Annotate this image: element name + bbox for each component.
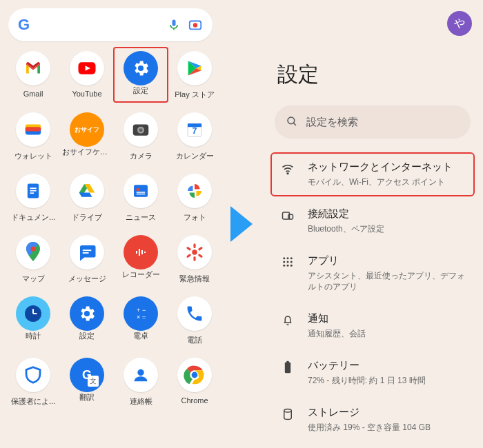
app-maps[interactable]: マップ <box>8 235 58 284</box>
svg-rect-17 <box>137 188 140 191</box>
google-search-bar[interactable]: G <box>8 8 213 41</box>
svg-rect-26 <box>144 252 146 253</box>
app-label: Play ストア <box>175 90 214 100</box>
notifications-icon <box>280 312 295 340</box>
app-label: Gmail <box>23 90 43 98</box>
contacts-icon <box>124 358 158 392</box>
app-label: おサイフケータイ <box>62 147 112 157</box>
svg-point-58 <box>290 264 293 266</box>
settings-row-connected[interactable]: 接続設定Bluetooth、ペア設定 <box>269 198 476 245</box>
app-chrome[interactable]: Chrome <box>170 358 219 407</box>
settings-row-storage[interactable]: ストレージ使用済み 19% - 空き容量 104 GB <box>269 396 476 443</box>
app-emergency[interactable]: 緊急情報 <box>170 235 219 284</box>
svg-text:−: − <box>142 307 146 314</box>
app-wallet[interactable]: ウォレット <box>8 112 58 161</box>
svg-text:=: = <box>142 314 146 320</box>
svg-point-51 <box>287 257 289 259</box>
app-news[interactable]: ニュース <box>116 174 166 223</box>
svg-point-44 <box>192 372 198 378</box>
youtube-icon <box>70 51 104 85</box>
network-icon <box>280 161 295 188</box>
settings-row-network[interactable]: ネットワークとインターネットモバイル、Wi-Fi、アクセス ポイント <box>269 151 476 198</box>
app-label: マップ <box>22 274 45 284</box>
app-label: レコーダー <box>122 269 160 280</box>
svg-point-56 <box>283 264 285 266</box>
arrow-right-icon <box>230 206 253 242</box>
app-contacts[interactable]: 連絡帳 <box>116 358 166 407</box>
photos-icon <box>177 174 212 208</box>
app-label: 電話 <box>187 335 202 345</box>
app-label: 設定 <box>79 331 95 341</box>
app-youtube[interactable]: YouTube <box>62 51 112 100</box>
svg-rect-18 <box>137 192 146 193</box>
svg-text:×: × <box>137 314 140 320</box>
svg-point-52 <box>290 257 293 259</box>
app-label: ドキュメン... <box>11 212 55 223</box>
app-phone[interactable]: 電話 <box>170 296 219 345</box>
app-osaifu[interactable]: おサイフおサイフケータイ <box>62 112 112 161</box>
drive-icon <box>70 174 104 208</box>
svg-rect-25 <box>141 250 143 254</box>
settings-row-notifications[interactable]: 通知通知履歴、会話 <box>269 303 476 349</box>
row-title: 通知 <box>308 312 465 325</box>
messages-icon <box>70 235 104 269</box>
calculator-icon: +−×= <box>124 296 158 331</box>
app-label: 電卓 <box>133 331 148 341</box>
settings-row-apps[interactable]: アプリアシスタント、最近使ったアプリ、デフォルトのアプリ <box>269 245 476 303</box>
app-guardian[interactable]: 保護者によ... <box>8 358 58 407</box>
app-label: 保護者によ... <box>11 396 55 407</box>
gmail-icon <box>16 51 50 85</box>
app-label: メッセージ <box>68 274 106 284</box>
settings-panel: や 設定 設定を検索 ネットワークとインターネットモバイル、Wi-Fi、アクセス… <box>262 0 483 448</box>
app-label: カレンダー <box>176 151 214 161</box>
settings-list: ネットワークとインターネットモバイル、Wi-Fi、アクセス ポイント接続設定Bl… <box>262 151 483 443</box>
app-playstore[interactable]: Play ストア <box>170 51 219 100</box>
row-title: アプリ <box>308 254 465 267</box>
settings-row-battery[interactable]: バッテリー72% - 残り時間: 約 1 日 13 時間 <box>269 349 476 396</box>
apps-icon <box>280 254 295 294</box>
app-calculator[interactable]: +−×=電卓 <box>116 296 166 345</box>
app-drive[interactable]: ドライブ <box>62 174 112 223</box>
app-settings2[interactable]: 設定 <box>62 296 112 345</box>
connected-icon <box>280 207 295 235</box>
app-camera[interactable]: カメラ <box>116 112 166 161</box>
battery-icon <box>280 359 295 387</box>
row-title: ネットワークとインターネット <box>308 161 465 174</box>
svg-rect-15 <box>30 192 34 194</box>
camera-icon[interactable] <box>188 17 203 32</box>
svg-point-47 <box>287 173 288 174</box>
app-photos[interactable]: フォト <box>170 174 219 223</box>
app-label: 時計 <box>26 331 41 341</box>
news-icon <box>124 174 158 208</box>
app-messages[interactable]: メッセージ <box>62 235 112 284</box>
camera-icon <box>124 112 158 147</box>
svg-point-20 <box>31 247 36 252</box>
avatar[interactable]: や <box>447 11 472 36</box>
settings-search-bar[interactable]: 設定を検索 <box>275 105 471 139</box>
app-label: 翻訳 <box>79 392 95 403</box>
svg-point-27 <box>192 250 197 255</box>
svg-rect-23 <box>136 251 137 254</box>
row-subtitle: 72% - 残り時間: 約 1 日 13 時間 <box>308 375 465 387</box>
app-drawer-panel: G GmailYouTube設定Play ストアウォレットおサイフおサイフケータ… <box>0 0 221 448</box>
osaifu-icon: おサイフ <box>70 112 104 147</box>
row-title: 接続設定 <box>308 207 465 221</box>
mic-icon[interactable] <box>167 18 181 32</box>
svg-rect-22 <box>83 252 89 254</box>
app-docs[interactable]: ドキュメン... <box>8 174 58 223</box>
app-recorder[interactable]: レコーダー <box>116 235 166 284</box>
app-clock[interactable]: 時計 <box>8 296 58 345</box>
svg-line-33 <box>199 248 201 250</box>
app-gmail[interactable]: Gmail <box>8 51 58 100</box>
app-calendar[interactable]: 7カレンダー <box>170 112 219 161</box>
svg-point-45 <box>288 117 295 124</box>
app-translate[interactable]: G文翻訳 <box>62 358 112 407</box>
app-settings[interactable]: 設定 <box>116 51 166 100</box>
translate-icon: G文 <box>70 358 104 392</box>
svg-point-57 <box>287 264 289 266</box>
navigation-arrow <box>221 0 262 448</box>
app-label: ウォレット <box>14 151 52 161</box>
svg-point-54 <box>287 261 289 263</box>
chrome-icon <box>177 358 212 392</box>
row-subtitle: 通知履歴、会話 <box>308 328 465 340</box>
